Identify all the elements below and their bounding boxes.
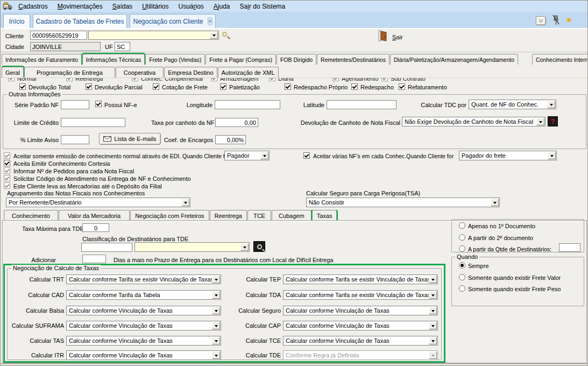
- calcular-tda-combobox[interactable]: Calcular conforme Tarifa se existir Vinc…: [283, 290, 438, 300]
- tab-conhecimento-internacional[interactable]: Conhecimento Internacional: [532, 54, 588, 65]
- radio-sempre[interactable]: [459, 262, 465, 269]
- agrupamento-combobox[interactable]: Por Remetente/Destinatário: [6, 198, 190, 207]
- dropdown-arrow-icon[interactable]: [212, 276, 220, 283]
- tab-programacao-de-entrega[interactable]: Programação de Entrega: [24, 67, 115, 78]
- uf-input[interactable]: SC: [115, 42, 130, 51]
- menu-saidas[interactable]: Saídas: [108, 2, 137, 11]
- calcular-tdc-por-combobox[interactable]: Quant. de NF do Conhec.: [469, 100, 556, 109]
- tab-tce[interactable]: TCE: [247, 210, 271, 221]
- search-classificacao-button[interactable]: [253, 241, 265, 252]
- dropdown-arrow-icon[interactable]: [212, 307, 220, 314]
- tab-cadastro-tabelas-fretes[interactable]: Cadastro de Tabelas de Fretes: [33, 14, 127, 28]
- dropdown-arrow-icon[interactable]: [429, 291, 437, 299]
- edi-cliente-combobox[interactable]: Pagador: [224, 151, 270, 160]
- pin-disabled-icon[interactable]: [552, 14, 560, 26]
- checkbox-pedidos[interactable]: [4, 167, 10, 174]
- calcular-tas-combobox[interactable]: Calcular conforme Vinculação de Taxas: [66, 336, 221, 346]
- classificacao-tde-code-input[interactable]: [81, 243, 132, 252]
- dropdown-arrow-icon[interactable]: [212, 337, 220, 344]
- radio-a-partir-qtde-destinatarios[interactable]: [459, 245, 465, 252]
- tab-conhecimento[interactable]: Conhecimento: [4, 210, 58, 221]
- checkbox-possui-nfe[interactable]: [95, 101, 102, 107]
- dropdown-arrow-icon[interactable]: [536, 118, 544, 125]
- menu-sair-do-sistema[interactable]: Sair do Sistema: [235, 2, 291, 11]
- tab-negociacao-com-cliente[interactable]: Negociação com Cliente: [130, 14, 216, 28]
- close-tab-icon[interactable]: [208, 17, 212, 25]
- menu-ajuda[interactable]: Ajuda: [209, 2, 235, 11]
- tab-informacoes-de-faturamento[interactable]: Informações de Faturamento: [2, 54, 82, 65]
- dropdown-arrow-icon[interactable]: [429, 276, 437, 283]
- tab-taxas[interactable]: Taxas: [312, 210, 337, 221]
- seguro-tsa-combobox[interactable]: Não Consistir: [306, 198, 500, 207]
- menu-usuarios[interactable]: Usuários: [173, 2, 208, 11]
- classificacao-tde-combobox[interactable]: [134, 242, 250, 252]
- calcular-tep-combobox[interactable]: Calcular conforme Tarifa se existir Vinc…: [283, 274, 438, 284]
- tab-diaria-paletizacao-armazenagem-agendamento[interactable]: Diária/Paletização/Armazenagem/Agendamen…: [390, 54, 518, 65]
- limite-aviso-input[interactable]: [61, 135, 89, 144]
- radio-somente-frete-peso[interactable]: [459, 285, 465, 292]
- serie-padrao-nf-input[interactable]: [61, 100, 89, 109]
- tab-cubagem[interactable]: Cubagem: [272, 210, 311, 221]
- tab-cooperativa[interactable]: Cooperativa: [116, 67, 164, 78]
- lista-de-emails-button[interactable]: Lista de E-mails: [99, 133, 161, 145]
- tab-remetentes-destinatarios[interactable]: Remetentes/Destinatários: [317, 54, 389, 65]
- tab-geral[interactable]: Geral: [2, 67, 24, 78]
- tab-valor-da-mercadoria[interactable]: Valor da Mercadoria: [59, 210, 130, 221]
- search-client-icon[interactable]: [222, 32, 227, 37]
- calcular-seguro-combobox[interactable]: Calcular conforme Vinculação de Taxas: [283, 306, 438, 315]
- qtde-destinatarios-input[interactable]: [559, 243, 580, 252]
- tab-fob-dirigido[interactable]: FOB Dirigido: [277, 54, 316, 65]
- radio-somente-frete-valor[interactable]: [459, 274, 465, 280]
- adicionar-dias-input[interactable]: [82, 255, 106, 263]
- tab-frete-pago-vendas[interactable]: Frete Pago (Vendas): [145, 54, 205, 65]
- coef-encargos-input[interactable]: 0,00%: [215, 135, 246, 144]
- dropdown-arrow-icon[interactable]: [548, 152, 556, 159]
- calcular-cap-combobox[interactable]: Calcular conforme Vinculação de Taxas: [283, 321, 438, 330]
- calcular-balsa-combobox[interactable]: Calcular conforme Vinculação de Taxas: [66, 306, 221, 315]
- dropdown-arrow-icon[interactable]: [212, 351, 220, 359]
- varias-nfs-cliente-combobox[interactable]: Pagador do frete: [459, 151, 557, 160]
- checkbox-edi[interactable]: [4, 152, 10, 159]
- dropdown-arrow-icon[interactable]: [212, 322, 220, 329]
- latitude-input[interactable]: [327, 100, 396, 109]
- checkbox-varias-nfs[interactable]: [303, 152, 310, 159]
- dropdown-arrow-icon[interactable]: [260, 152, 268, 159]
- dropdown-arrow-icon[interactable]: [429, 337, 437, 344]
- menu-utilitarios[interactable]: Utilitários: [137, 2, 173, 11]
- checkbox-deposito-filial[interactable]: [4, 182, 10, 189]
- dropdown-arrow-icon[interactable]: [210, 32, 218, 39]
- tab-frete-a-pagar-compras[interactable]: Frete a Pagar (Compras): [206, 54, 276, 65]
- calcular-suframa-combobox[interactable]: Calcular conforme Vinculação de Taxas: [66, 321, 221, 330]
- checkbox-codigo-atendimento[interactable]: [4, 175, 10, 181]
- dropdown-arrow-icon[interactable]: [491, 199, 499, 206]
- dropdown-arrow-icon[interactable]: [429, 322, 437, 329]
- tab-informacoes-tecnicas[interactable]: Informações Técnicas: [82, 54, 145, 65]
- taxa-por-canhoto-input[interactable]: 0,00: [215, 118, 258, 127]
- tab-negociacao-com-freteiros[interactable]: Negociação com Freteiros: [130, 210, 209, 221]
- cliente-name-combobox[interactable]: [88, 31, 219, 40]
- help-button[interactable]: ?: [548, 116, 558, 126]
- favorite-star-icon[interactable]: ★: [565, 16, 572, 24]
- tab-reentrega[interactable]: Reentrega: [210, 210, 247, 221]
- dropdown-arrow-icon[interactable]: [181, 199, 189, 206]
- cliente-code-input[interactable]: 00009560529919: [30, 31, 87, 40]
- exit-door-icon[interactable]: [378, 30, 387, 41]
- checkbox-cortesia[interactable]: [4, 160, 10, 166]
- calcular-tce-combobox[interactable]: Calcular conforme Vinculação de Taxas: [283, 336, 438, 346]
- radio-apenas-1-documento[interactable]: [459, 222, 465, 229]
- tab-autorizacao-de-xml[interactable]: Autorização de XML: [218, 67, 279, 78]
- tab-empresa-destino[interactable]: Empresa Destino: [164, 67, 217, 78]
- tab-inicio[interactable]: Início: [3, 14, 30, 28]
- dropdown-arrow-icon[interactable]: [212, 291, 220, 299]
- calcular-itr-combobox[interactable]: Calcular conforme Vinculação de Taxas: [66, 350, 221, 360]
- menu-cadastros[interactable]: Cadastros: [13, 2, 53, 11]
- sair-button[interactable]: Sair: [392, 34, 403, 40]
- devolucao-canhoto-combobox[interactable]: Não Exige Devolução de Canhoto de Nota F…: [402, 117, 546, 126]
- cidade-input[interactable]: JOINVILLE: [30, 42, 101, 51]
- calcular-trt-combobox[interactable]: Calcular conforme Tarifa se existir Vinc…: [66, 274, 221, 284]
- limite-de-credito-input[interactable]: [61, 118, 125, 127]
- longitude-input[interactable]: [215, 100, 280, 109]
- menu-movimentacoes[interactable]: Movimentações: [53, 2, 108, 11]
- taxa-maxima-tde-input[interactable]: 0: [82, 223, 109, 232]
- radio-a-partir-2-documento[interactable]: [459, 234, 465, 241]
